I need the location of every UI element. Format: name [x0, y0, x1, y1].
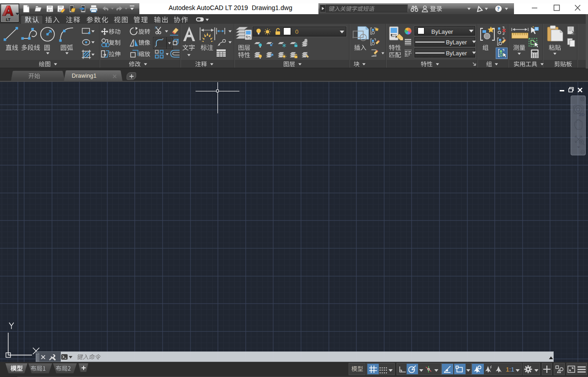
svg-text:LT: LT: [6, 17, 11, 22]
svg-text:2D: 2D: [579, 112, 585, 117]
svg-text:?: ?: [497, 6, 500, 11]
